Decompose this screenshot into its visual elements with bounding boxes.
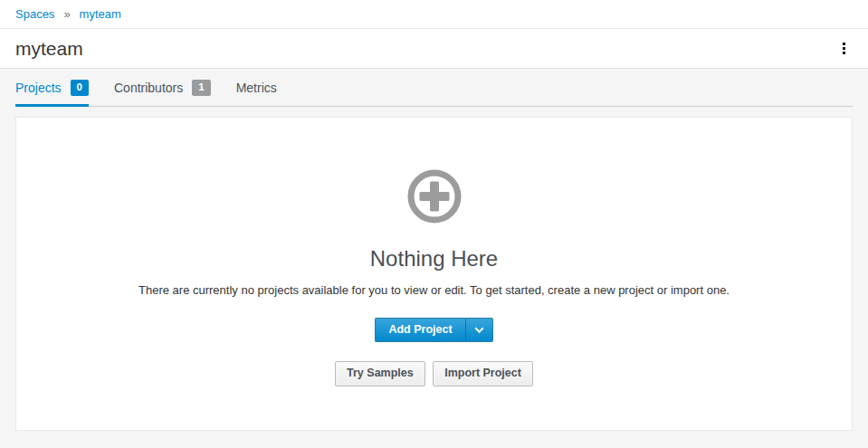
tab-contributors-label: Contributors [114,81,183,95]
add-project-split-button: Add Project [375,318,492,342]
add-project-dropdown-toggle[interactable] [465,318,493,342]
empty-state-title: Nothing Here [16,246,852,272]
tab-projects-count-badge: 0 [71,80,89,96]
tab-metrics-label: Metrics [236,81,277,95]
tab-contributors-count-badge: 1 [192,80,210,96]
secondary-action-row: Try Samples Import Project [16,361,852,386]
primary-action-row: Add Project [16,318,852,342]
chevron-down-icon [474,324,483,333]
empty-state-description: There are currently no projects availabl… [16,283,852,297]
breadcrumb-item-spaces[interactable]: Spaces [15,7,54,21]
empty-state: Nothing Here There are currently no proj… [16,118,852,386]
try-samples-button[interactable]: Try Samples [335,361,425,386]
kebab-menu-button[interactable] [835,37,853,59]
breadcrumb-item-myteam[interactable]: myteam [80,7,121,21]
content-card: Nothing Here There are currently no proj… [15,117,853,431]
tab-metrics[interactable]: Metrics [236,69,277,107]
tab-bar: Projects 0 Contributors 1 Metrics [0,69,868,107]
breadcrumb-separator: » [63,7,70,21]
tab-projects-label: Projects [15,81,62,95]
add-project-button[interactable]: Add Project [375,318,464,342]
breadcrumb: Spaces » myteam [0,0,868,29]
kebab-menu-icon [843,41,845,55]
import-project-button[interactable]: Import Project [433,361,533,386]
page-header: myteam [0,29,868,69]
tab-contributors[interactable]: Contributors 1 [114,69,211,107]
tab-projects[interactable]: Projects 0 [15,69,89,107]
page-title: myteam [15,38,83,60]
add-circle-icon [407,169,462,224]
